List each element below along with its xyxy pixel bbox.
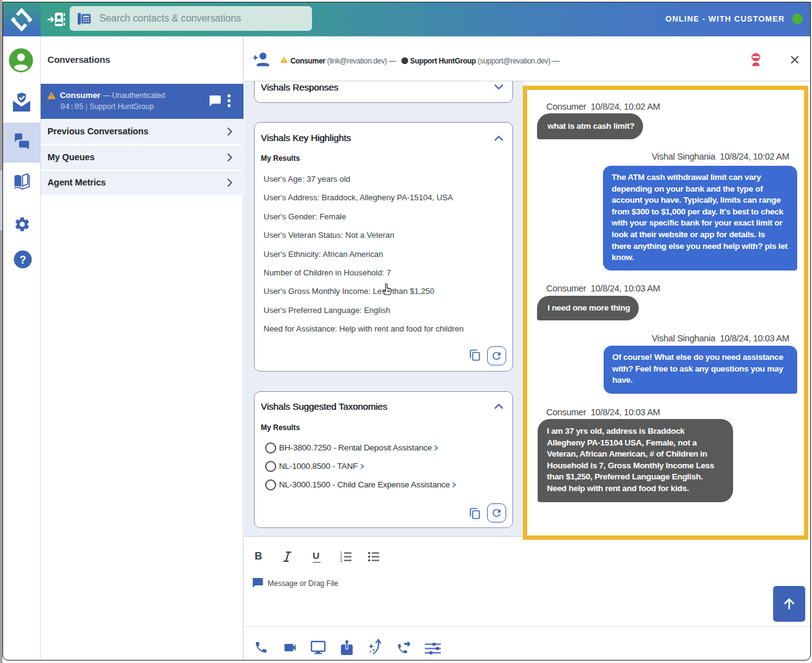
svg-text:?: ? bbox=[20, 254, 27, 266]
svg-text:3: 3 bbox=[340, 558, 343, 562]
